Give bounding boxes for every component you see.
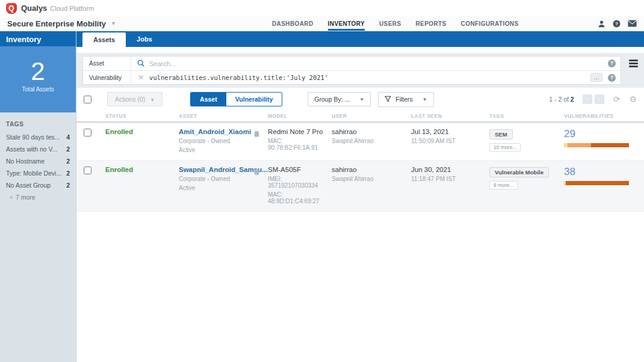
device-model: SM-A505F xyxy=(268,166,332,173)
tag-more-badge[interactable]: 10 more... xyxy=(489,143,521,152)
last-seen-date: Jun 30, 2021 xyxy=(411,166,489,173)
nav-dashboard[interactable]: DASHBOARD xyxy=(272,16,314,31)
qualys-logo-icon: Q xyxy=(6,3,17,14)
tab-jobs[interactable]: Jobs xyxy=(126,31,163,47)
col-asset[interactable]: ASSET xyxy=(179,113,253,119)
vulnerability-search-help-icon[interactable]: ? xyxy=(608,74,616,82)
tab-bar: Assets Jobs xyxy=(76,31,644,47)
col-user[interactable]: USER xyxy=(332,113,411,119)
menu-icon[interactable] xyxy=(629,60,638,69)
vulnerability-count[interactable]: 38 xyxy=(564,166,637,178)
chevron-down-icon: ▼ xyxy=(150,97,155,103)
sidebar: Inventory 2 Total Assets TAGS Stale 90 d… xyxy=(0,31,76,362)
asset-link[interactable]: Amit_Android_Xiaomi xyxy=(179,128,253,135)
vulnerability-query-text[interactable]: vulnerabilities.vulnerability.title:'Jul… xyxy=(149,74,590,81)
tab-assets[interactable]: Assets xyxy=(82,32,126,47)
view-toggle: Asset Vulnerability xyxy=(190,92,282,106)
row-checkbox[interactable] xyxy=(84,129,91,137)
nav-configurations[interactable]: CONFIGURATIONS xyxy=(461,16,519,31)
user-full-name: Swapnil Ahirrao xyxy=(332,176,411,182)
user-name: sahirrao xyxy=(332,166,411,173)
asset-view-button[interactable]: Asset xyxy=(191,93,226,106)
total-assets-card[interactable]: 2 Total Assets xyxy=(0,46,76,112)
nav-reports[interactable]: REPORTS xyxy=(415,16,446,31)
refresh-icon[interactable]: ⟳ xyxy=(613,95,621,103)
tag-count: 2 xyxy=(66,182,70,189)
mail-icon[interactable] xyxy=(628,20,637,27)
device-imei: IMEI: 357192107030334 xyxy=(268,176,332,189)
tag-more-badge[interactable]: 9 more... xyxy=(489,181,518,189)
tag-label: Assets with no V... xyxy=(6,146,57,153)
tag-filter-item[interactable]: Assets with no V... 2 xyxy=(6,146,70,153)
actions-button[interactable]: Actions (0)▼ xyxy=(107,92,163,106)
asset-ownership: Corporate - Owned xyxy=(179,138,253,144)
user-icon[interactable] xyxy=(598,20,605,28)
prev-page-button[interactable]: ‹ xyxy=(583,94,592,104)
device-mac: MAC: 90:78:B2:F6:1A:91 xyxy=(268,138,332,151)
android-device-icon xyxy=(253,129,268,140)
table-header: STATUS ASSET MODEL USER LAST SEEN TAGS V… xyxy=(76,111,644,123)
sidebar-title: Inventory xyxy=(0,31,76,46)
help-icon[interactable]: ? xyxy=(613,20,621,28)
search-panel: Asset ? Vulnerability ✕ vulnerabilities.… xyxy=(76,53,644,88)
last-seen-time: 11:18:47 PM IST xyxy=(411,176,489,182)
chevron-down-icon[interactable]: ▼ xyxy=(111,20,116,26)
asset-search-input[interactable] xyxy=(144,60,608,67)
asset-search-help-icon[interactable]: ? xyxy=(608,60,616,67)
toolbar: Actions (0)▼ Asset Vulnerability Group B… xyxy=(76,88,644,111)
select-all-checkbox[interactable] xyxy=(84,96,91,103)
device-model: Redmi Note 7 Pro xyxy=(268,128,332,135)
vulnerability-search-label: Vulnerability xyxy=(83,71,131,84)
col-last-seen[interactable]: LAST SEEN xyxy=(411,113,489,119)
asset-link[interactable]: Swapnil_Android_Samsu... xyxy=(179,166,253,173)
tag-filter-item[interactable]: Type: Mobile Devi... 2 xyxy=(6,170,70,177)
vulnerability-severity-bar[interactable] xyxy=(564,181,629,185)
vulnerability-search-row: Vulnerability ✕ vulnerabilities.vulnerab… xyxy=(83,70,621,84)
group-by-dropdown[interactable]: Group By: ...▼ xyxy=(308,92,371,106)
col-tags[interactable]: TAGS xyxy=(489,113,564,119)
chevron-down-icon: ▼ xyxy=(423,97,427,102)
gear-icon[interactable]: ⚙ xyxy=(629,95,637,103)
search-box: Asset ? Vulnerability ✕ vulnerabilities.… xyxy=(82,56,621,85)
tag-label: No Asset Group xyxy=(6,182,51,189)
col-vulnerabilities[interactable]: VULNERABILITIES xyxy=(564,113,637,119)
tag-filter-item[interactable]: Stale 90 days tes... 4 xyxy=(6,133,70,141)
tag-count: 4 xyxy=(66,133,70,141)
tag-label: Stale 90 days tes... xyxy=(6,133,60,141)
asset-search-label: Asset xyxy=(83,57,131,70)
last-seen-date: Jul 13, 2021 xyxy=(411,128,489,135)
tags-show-more[interactable]: » 7 more xyxy=(6,194,70,201)
funnel-icon xyxy=(385,96,391,103)
android-device-icon xyxy=(253,167,268,177)
app-title[interactable]: Secure Enterprise Mobility xyxy=(7,19,106,28)
vulnerability-severity-bar[interactable] xyxy=(564,143,629,147)
chevron-down-icon: ▼ xyxy=(359,97,364,102)
tag-label: No Hostname xyxy=(6,158,45,165)
asset-ownership: Corporate - Owned xyxy=(179,176,253,182)
brand-name: Qualys xyxy=(21,4,47,13)
col-model[interactable]: MODEL xyxy=(268,113,332,119)
tag-badge[interactable]: SEM xyxy=(489,129,513,140)
status-badge: Enrolled xyxy=(105,128,179,135)
vulnerability-view-button[interactable]: Vulnerability xyxy=(226,93,282,106)
tag-filter-item[interactable]: No Asset Group 2 xyxy=(6,182,70,189)
tags-section-title: TAGS xyxy=(6,121,70,127)
total-assets-count: 2 xyxy=(0,58,76,85)
col-status[interactable]: STATUS xyxy=(105,113,179,119)
tag-filter-item[interactable]: No Hostname 2 xyxy=(6,158,70,165)
status-badge: Enrolled xyxy=(105,166,179,173)
tag-badge[interactable]: Vulnerable Mobile xyxy=(489,167,549,177)
main-panel: Assets Jobs Asset ? Vulnerability ✕ vuln… xyxy=(76,31,644,362)
main-nav: DASHBOARD INVENTORY USERS REPORTS CONFIG… xyxy=(272,16,519,31)
vulnerability-count[interactable]: 29 xyxy=(564,128,637,140)
nav-users[interactable]: USERS xyxy=(379,16,401,31)
next-page-button[interactable]: › xyxy=(595,94,604,104)
clear-query-icon[interactable]: ✕ xyxy=(138,74,144,81)
filters-dropdown[interactable]: Filters▼ xyxy=(378,92,434,107)
row-checkbox[interactable] xyxy=(84,167,91,174)
last-seen-time: 11:50:09 AM IST xyxy=(411,138,489,144)
tag-count: 2 xyxy=(66,146,70,153)
user-full-name: Swapnil Ahirrao xyxy=(332,138,411,144)
nav-inventory[interactable]: INVENTORY xyxy=(328,16,365,31)
query-expand-button[interactable]: … xyxy=(590,73,602,82)
